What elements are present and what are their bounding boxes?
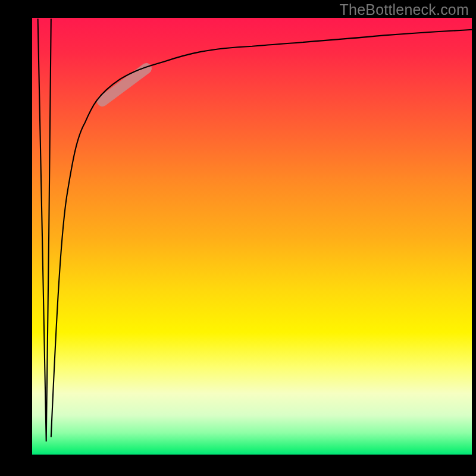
chart-frame: TheBottleneck.com [0,0,476,476]
frame-border-right [472,0,476,476]
chart-svg [32,18,472,455]
dip-line [38,19,51,442]
watermark-text: TheBottleneck.com [340,1,469,18]
frame-border-left [0,0,32,476]
highlight-segment [102,68,146,101]
frame-border-bottom [0,455,476,476]
